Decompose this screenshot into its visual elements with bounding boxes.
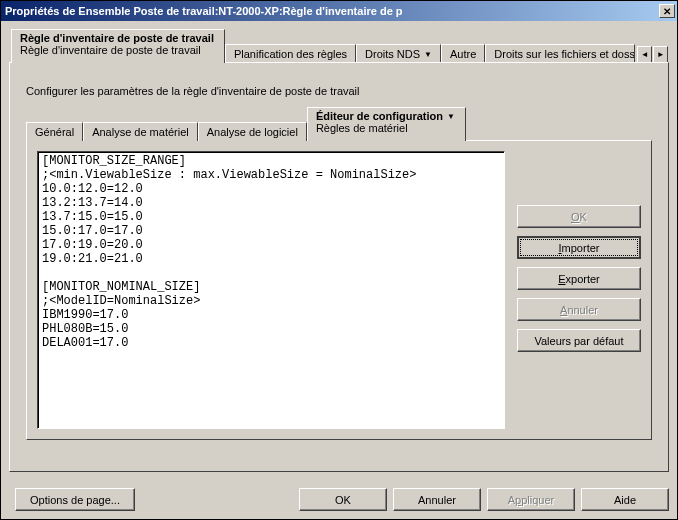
panel-description: Configurer les paramètres de la règle d'…	[26, 85, 652, 97]
tab-nds-rights[interactable]: Droits NDS▼	[356, 44, 441, 63]
bottom-bar: Options de page... OK Annuler Appliquer …	[9, 488, 669, 511]
window: Propriétés de Ensemble Poste de travail:…	[0, 0, 678, 520]
page-options-button[interactable]: Options de page...	[15, 488, 135, 511]
side-ok-button[interactable]: OK	[517, 205, 641, 228]
tab-planning[interactable]: Planification des règles	[225, 44, 356, 63]
side-cancel-button[interactable]: Annuler	[517, 298, 641, 321]
subtab-software-scan[interactable]: Analyse de logiciel	[198, 122, 307, 141]
import-button[interactable]: Importer	[517, 236, 641, 259]
tab-label: Règle d'inventaire de poste de travail	[20, 32, 214, 44]
client-area: Règle d'inventaire de poste de travail R…	[1, 21, 677, 519]
side-button-column: OK Importer Exporter Annuler Valeurs par…	[517, 151, 641, 429]
main-panel: Configurer les paramètres de la règle d'…	[9, 62, 669, 472]
cancel-button[interactable]: Annuler	[393, 488, 481, 511]
tab-scroll-right[interactable]: ►	[653, 46, 668, 63]
close-button[interactable]: ✕	[659, 4, 675, 18]
tab-other[interactable]: Autre	[441, 44, 485, 63]
tab-scroll-left[interactable]: ◄	[637, 46, 652, 63]
sub-panel: [MONITOR_SIZE_RANGE] ;<min.ViewableSize …	[26, 140, 652, 440]
titlebar: Propriétés de Ensemble Poste de travail:…	[1, 1, 677, 21]
export-button[interactable]: Exporter	[517, 267, 641, 290]
config-editor[interactable]: [MONITOR_SIZE_RANGE] ;<min.ViewableSize …	[37, 151, 505, 429]
tab-file-rights[interactable]: Droits sur les fichiers et doss	[485, 44, 635, 63]
subtab-config-editor[interactable]: Éditeur de configuration▼ Règles de maté…	[307, 107, 466, 141]
tab-inventory-rule[interactable]: Règle d'inventaire de poste de travail R…	[11, 29, 225, 63]
main-tabstrip: Règle d'inventaire de poste de travail R…	[9, 29, 669, 63]
ok-button[interactable]: OK	[299, 488, 387, 511]
tab-sublabel: Règle d'inventaire de poste de travail	[20, 44, 201, 56]
window-title: Propriétés de Ensemble Poste de travail:…	[5, 5, 659, 17]
apply-button[interactable]: Appliquer	[487, 488, 575, 511]
help-button[interactable]: Aide	[581, 488, 669, 511]
close-icon: ✕	[663, 6, 671, 17]
subtab-general[interactable]: Général	[26, 122, 83, 141]
subtab-hardware-scan[interactable]: Analyse de matériel	[83, 122, 198, 141]
defaults-button[interactable]: Valeurs par défaut	[517, 329, 641, 352]
triangle-left-icon: ◄	[641, 50, 649, 59]
chevron-down-icon: ▼	[447, 112, 455, 121]
triangle-right-icon: ►	[657, 50, 665, 59]
tab-scroll: ◄ ►	[637, 46, 668, 63]
chevron-down-icon: ▼	[424, 50, 432, 59]
sub-tabstrip: Général Analyse de matériel Analyse de l…	[26, 107, 652, 141]
